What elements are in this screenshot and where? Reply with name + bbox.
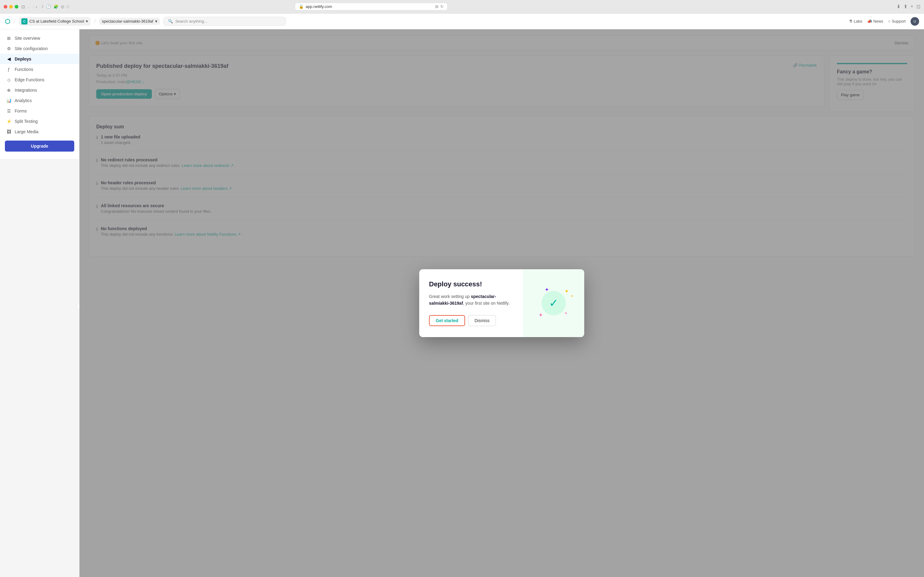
support-button[interactable]: ○ Support xyxy=(888,19,906,24)
modal-overlay[interactable]: Deploy success! Great work setting up sp… xyxy=(79,29,924,577)
get-started-button[interactable]: Get started xyxy=(429,315,465,326)
functions-icon: ƒ xyxy=(6,67,11,72)
badge-icon: ◎ xyxy=(61,4,64,9)
org-icon: C xyxy=(21,18,27,24)
analytics-icon: 📊 xyxy=(6,98,11,103)
search-icon: 🔍 xyxy=(168,19,173,24)
app-layout: ⬡ / C CS at Lakefield College School ▾ /… xyxy=(0,13,924,577)
search-placeholder: Search anything... xyxy=(175,19,208,24)
split-icon: ⚡ xyxy=(6,119,11,124)
box-icon: □ xyxy=(67,4,69,9)
sidebar-toggle-icon[interactable]: ⊡ xyxy=(21,4,25,9)
sidebar-item-split-testing[interactable]: ⚡ Split Testing xyxy=(0,116,79,127)
sidebar-wrapper: ⊞ Site overview ⚙ Site configuration ◀ D… xyxy=(0,29,79,577)
labs-button[interactable]: ⚗ Labs xyxy=(849,19,862,24)
forms-icon: ☰ xyxy=(6,108,11,113)
traffic-lights xyxy=(4,5,18,8)
netlify-logo[interactable]: ⬡ xyxy=(5,18,10,25)
sidebar-label-split-testing: Split Testing xyxy=(14,119,38,124)
clock-icon: 🕐 xyxy=(46,4,51,9)
sparkle-icon-5: ✦ xyxy=(564,311,567,315)
modal-illustration: ✦ ✦ ✓ ✦ ✦ ✦ xyxy=(523,269,584,337)
sidebar-item-integrations[interactable]: ⊕ Integrations xyxy=(0,85,79,95)
sidebar-label-site-overview: Site overview xyxy=(14,36,40,41)
share-icon[interactable]: ⬆ xyxy=(903,4,908,10)
sparkle-icon-1: ✦ xyxy=(544,286,549,293)
sidebar-item-site-overview[interactable]: ⊞ Site overview xyxy=(0,33,79,44)
org-name: CS at Lakefield College School xyxy=(29,19,84,24)
integrations-icon: ⊕ xyxy=(6,88,11,93)
browser-action-buttons: ⬇ ⬆ + ⊡ xyxy=(897,4,920,10)
tab-overview-icon[interactable]: ⊡ xyxy=(916,4,920,10)
sidebar-item-site-configuration[interactable]: ⚙ Site configuration xyxy=(0,44,79,54)
sidebar-item-forms[interactable]: ☰ Forms xyxy=(0,106,79,116)
site-selector[interactable]: spectacular-salmiakki-3619af ▾ xyxy=(99,18,159,25)
sidebar-item-deploys[interactable]: ◀ Deploys xyxy=(0,54,79,64)
nav-actions: ⚗ Labs 📣 News ○ Support U xyxy=(849,17,919,26)
sparkle-icon-4: ✦ xyxy=(570,294,573,298)
megaphone-icon: 📣 xyxy=(867,19,872,24)
sidebar-label-site-configuration: Site configuration xyxy=(14,46,48,51)
breadcrumb-separator-2: / xyxy=(94,18,96,24)
upgrade-button[interactable]: Upgrade xyxy=(5,140,74,152)
support-icon: ○ xyxy=(888,19,891,24)
sidebar-label-deploys: Deploys xyxy=(14,56,31,61)
media-icon: 🖼 xyxy=(6,129,11,134)
puzzle-icon: 🧩 xyxy=(53,4,58,9)
address-bar[interactable]: 🔒 app.netlify.com ⊞ ↻ xyxy=(295,3,448,10)
sidebar-label-integrations: Integrations xyxy=(14,88,37,93)
modal-dismiss-button[interactable]: Dismiss xyxy=(468,315,496,326)
top-nav: ⬡ / C CS at Lakefield College School ▾ /… xyxy=(0,13,924,29)
labs-icon: ⚗ xyxy=(849,19,853,24)
reader-icon[interactable]: ⊞ xyxy=(435,4,438,9)
org-selector[interactable]: C CS at Lakefield College School ▾ xyxy=(19,17,90,26)
breadcrumb-separator: / xyxy=(14,18,15,24)
browser-nav-controls: ⊡ ⌄ ‹ › xyxy=(21,4,37,9)
moon-icon: ☽ xyxy=(40,4,44,9)
org-chevron-icon: ▾ xyxy=(86,19,88,24)
sidebar: ⊞ Site overview ⚙ Site configuration ◀ D… xyxy=(0,29,79,159)
sidebar-label-forms: Forms xyxy=(14,108,27,113)
sidebar-item-functions[interactable]: ƒ Functions xyxy=(0,64,79,74)
sparkle-icon-3: ✦ xyxy=(538,312,543,318)
modal-body: Great work setting up spectacular-salmia… xyxy=(429,293,514,307)
modal-title: Deploy success! xyxy=(429,280,514,288)
site-name: spectacular-salmiakki-3619af xyxy=(102,19,153,24)
checkmark-icon: ✓ xyxy=(549,297,558,309)
maximize-button[interactable] xyxy=(14,5,18,8)
main-content: ⊞ Site overview ⚙ Site configuration ◀ D… xyxy=(0,29,924,577)
edge-icon: ◇ xyxy=(6,77,11,82)
grid-icon: ⊞ xyxy=(6,36,11,41)
browser-chrome: ⊡ ⌄ ‹ › ☽ 🕐 🧩 ◎ □ 🔒 app.netlify.com ⊞ ↻ … xyxy=(0,0,924,13)
sidebar-label-analytics: Analytics xyxy=(14,98,32,103)
sparkle-icon-2: ✦ xyxy=(564,288,569,295)
modal-content-left: Deploy success! Great work setting up sp… xyxy=(419,269,523,337)
refresh-icon[interactable]: ↻ xyxy=(440,4,444,9)
modal-actions: Get started Dismiss xyxy=(429,315,514,326)
page-content: 🟠 Let's build your first site. Dismiss P… xyxy=(79,29,924,577)
deploy-success-modal: Deploy success! Great work setting up sp… xyxy=(419,269,584,337)
user-avatar[interactable]: U xyxy=(911,17,919,26)
url-text: app.netlify.com xyxy=(306,4,332,9)
download-icon[interactable]: ⬇ xyxy=(897,4,900,10)
deploy-icon: ◀ xyxy=(6,56,11,61)
forward-icon[interactable]: › xyxy=(36,4,37,9)
check-circle: ✓ xyxy=(541,291,566,315)
lock-icon: 🔒 xyxy=(299,4,304,9)
minimize-button[interactable] xyxy=(9,5,13,8)
sidebar-item-edge-functions[interactable]: ◇ Edge Functions xyxy=(0,74,79,85)
back-icon[interactable]: ‹ xyxy=(32,4,34,9)
sidebar-item-large-media[interactable]: 🖼 Large Media xyxy=(0,127,79,137)
site-chevron-icon: ▾ xyxy=(155,19,157,24)
gear-icon: ⚙ xyxy=(6,46,11,51)
success-illustration: ✦ ✦ ✓ ✦ ✦ ✦ xyxy=(535,285,572,321)
search-bar[interactable]: 🔍 Search anything... xyxy=(163,17,286,26)
sidebar-label-edge-functions: Edge Functions xyxy=(14,77,44,82)
sidebar-label-large-media: Large Media xyxy=(14,129,39,134)
sidebar-label-functions: Functions xyxy=(14,67,33,72)
close-button[interactable] xyxy=(4,5,7,8)
sidebar-item-analytics[interactable]: 📊 Analytics xyxy=(0,95,79,106)
news-button[interactable]: 📣 News xyxy=(867,19,883,24)
new-tab-icon[interactable]: + xyxy=(911,4,913,10)
